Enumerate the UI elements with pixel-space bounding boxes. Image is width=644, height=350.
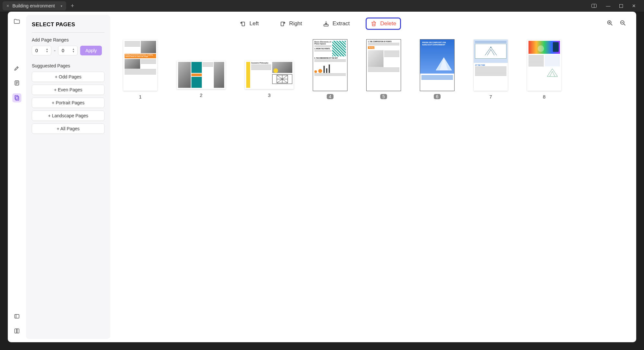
range-from-stepper[interactable]: ▲▼	[46, 46, 50, 55]
highlighter-icon[interactable]	[12, 64, 21, 73]
page-thumb[interactable]: Basic Elements of Plane Space 1. KNOW TH…	[313, 40, 347, 99]
page-thumb[interactable]: PRISM DECOMPOSIT ION SUNLIGHT EXPERIMENT…	[420, 40, 454, 99]
document-tab[interactable]: × Building environment ▾	[3, 1, 66, 10]
zoom-in-icon[interactable]	[606, 19, 614, 28]
select-pages-panel: SELECT PAGES Add Page Ranges 0 ▲▼ - 0 ▲▼…	[26, 15, 110, 339]
range-to-stepper[interactable]: ▲▼	[72, 46, 77, 55]
svg-rect-5	[281, 22, 284, 26]
page-preview: Basic Elements of Plane Space 1. KNOW TH…	[313, 40, 347, 91]
page-preview: Geometric Philosophy	[245, 61, 294, 89]
page-thumb[interactable]: Geometric Philosophy 3	[245, 40, 294, 98]
extract-button[interactable]: Extract	[318, 18, 355, 30]
panel-title: SELECT PAGES	[32, 21, 104, 28]
range-label: Add Page Ranges	[32, 37, 104, 42]
rotate-left-button[interactable]: Left	[235, 18, 263, 30]
page-number: 5	[380, 94, 387, 99]
page-thumb[interactable]: Building environment information modelin…	[123, 40, 157, 99]
page-number: 3	[268, 92, 271, 98]
apply-button[interactable]: Apply	[80, 46, 102, 55]
page-thumb[interactable]: AT THE TIME 7	[474, 40, 508, 99]
page-preview: 1. THE COMPOSITION OF POINTS Boring	[367, 40, 401, 91]
window-controls: — ×	[591, 3, 641, 9]
page-preview	[177, 61, 225, 89]
all-pages-button[interactable]: + All Pages	[32, 123, 104, 134]
svg-rect-2	[16, 97, 19, 100]
page-preview	[527, 40, 561, 91]
page-preview: PRISM DECOMPOSIT ION SUNLIGHT EXPERIMENT	[420, 40, 454, 91]
chevron-down-icon[interactable]: ▾	[61, 4, 62, 8]
notes-icon[interactable]	[12, 78, 21, 88]
svg-rect-4	[242, 22, 245, 26]
portrait-pages-button[interactable]: + Portrait Pages	[32, 98, 104, 108]
rotate-right-button[interactable]: Right	[274, 18, 307, 30]
page-preview: Building environment information modelin…	[123, 40, 157, 91]
svg-rect-3	[15, 314, 19, 318]
page-thumb[interactable]: 2	[177, 40, 225, 98]
tool-rail	[8, 12, 26, 342]
page-thumb[interactable]: 8	[527, 40, 561, 99]
range-from-input[interactable]: 0 ▲▼	[32, 46, 51, 55]
pages-tool-icon[interactable]	[12, 93, 21, 102]
page-number: 1	[139, 94, 141, 99]
tab-title: Building environment	[12, 3, 55, 8]
close-window-icon[interactable]: ×	[632, 3, 636, 9]
new-tab-button[interactable]: +	[71, 3, 74, 9]
odd-pages-button[interactable]: + Odd Pages	[32, 72, 104, 82]
page-number: 4	[327, 94, 334, 99]
page-number: 7	[489, 94, 492, 99]
folder-icon[interactable]	[12, 17, 21, 26]
close-tab-icon[interactable]: ×	[6, 3, 9, 8]
range-to-input[interactable]: 0 ▲▼	[58, 46, 78, 55]
svg-rect-1	[15, 96, 18, 99]
page-number: 8	[543, 94, 545, 99]
maximize-icon[interactable]	[619, 4, 623, 8]
panel-toggle-icon[interactable]	[591, 4, 597, 8]
page-number: 6	[434, 94, 441, 99]
delete-button[interactable]: Delete	[366, 18, 401, 30]
page-thumb[interactable]: 1. THE COMPOSITION OF POINTS Boring 5	[367, 40, 401, 99]
range-dash: -	[54, 48, 55, 53]
landscape-pages-button[interactable]: + Landscape Pages	[32, 111, 104, 121]
titlebar: × Building environment ▾ + — ×	[0, 0, 644, 12]
minimize-icon[interactable]: —	[606, 3, 610, 8]
svg-point-11	[490, 47, 491, 48]
svg-rect-6	[324, 25, 328, 26]
page-preview: AT THE TIME	[474, 40, 508, 91]
main-area: Left Right Extract Delete	[110, 12, 636, 342]
page-toolbar: Left Right Extract Delete	[120, 16, 626, 32]
page-number: 2	[200, 92, 202, 98]
zoom-out-icon[interactable]	[619, 19, 626, 28]
even-pages-button[interactable]: + Even Pages	[32, 85, 104, 95]
collapse-sidebar-icon[interactable]	[12, 312, 21, 321]
thumbnail-grid: Building environment information modelin…	[120, 32, 626, 342]
book-icon[interactable]	[12, 327, 21, 336]
suggested-label: Sugguested Pages	[32, 63, 104, 68]
